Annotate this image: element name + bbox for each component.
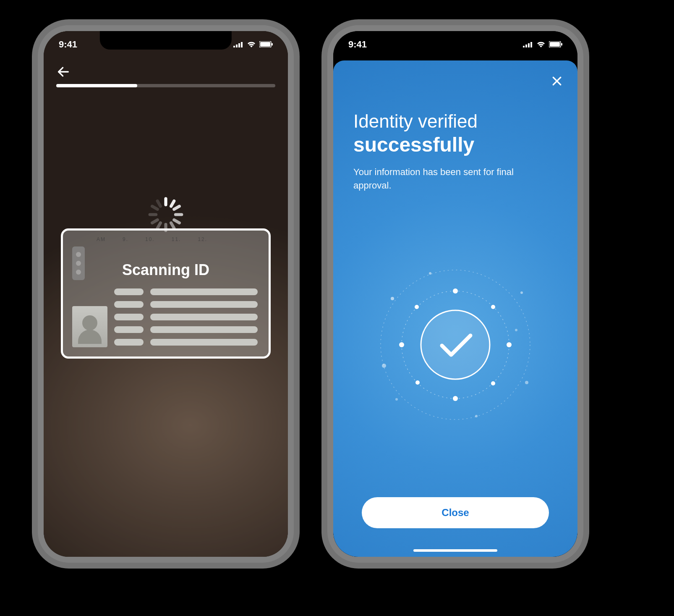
svg-point-33 — [453, 288, 458, 294]
svg-point-39 — [415, 305, 419, 309]
svg-point-38 — [415, 380, 420, 385]
svg-line-15 — [157, 223, 160, 228]
svg-point-48 — [395, 398, 398, 401]
wifi-icon — [247, 39, 256, 50]
success-subtitle: Your information has been sent for final… — [353, 165, 530, 192]
phone-frame-success: 9:41 — [327, 25, 583, 563]
svg-line-13 — [171, 223, 174, 228]
svg-line-16 — [152, 220, 158, 223]
svg-point-45 — [429, 272, 431, 275]
success-checkmark-graphic — [353, 192, 557, 497]
svg-point-44 — [525, 381, 528, 384]
success-title-line1: Identity verified — [353, 111, 557, 132]
status-time: 9:41 — [59, 39, 77, 50]
svg-point-41 — [391, 297, 394, 300]
wifi-icon — [536, 39, 546, 50]
status-time: 9:41 — [348, 39, 367, 50]
svg-point-46 — [475, 415, 478, 417]
success-title: Identity verified successfully — [353, 111, 557, 156]
cellular-icon — [233, 39, 243, 50]
id-card-outline: AM9.10.11.12. — [61, 228, 271, 359]
status-indicators — [523, 39, 562, 50]
svg-rect-6 — [272, 43, 273, 46]
battery-icon — [259, 39, 273, 50]
svg-point-43 — [382, 364, 386, 368]
svg-line-10 — [174, 206, 180, 209]
notch — [100, 31, 232, 50]
svg-line-12 — [174, 220, 180, 223]
svg-point-35 — [453, 396, 458, 401]
scan-progress-track — [56, 84, 275, 87]
phone-screen-scan: 9:41 — [44, 31, 288, 557]
battery-icon — [549, 39, 562, 50]
svg-rect-20 — [523, 46, 525, 47]
home-indicator[interactable] — [413, 549, 497, 552]
svg-rect-1 — [236, 45, 238, 47]
svg-point-40 — [491, 381, 495, 385]
svg-rect-25 — [550, 42, 560, 47]
success-sheet: Identity verified successfully Your info… — [333, 60, 577, 557]
id-photo-placeholder — [72, 306, 107, 347]
svg-rect-0 — [233, 46, 235, 47]
svg-rect-2 — [238, 43, 240, 47]
close-icon[interactable] — [551, 75, 563, 89]
status-indicators — [233, 39, 273, 50]
svg-rect-21 — [525, 45, 527, 47]
id-header-labels: AM9.10.11.12. — [97, 236, 260, 242]
svg-line-18 — [152, 206, 158, 209]
close-button-label: Close — [441, 507, 469, 519]
notch — [389, 31, 521, 50]
close-button[interactable]: Close — [362, 497, 549, 528]
scanning-label: Scanning ID — [44, 261, 288, 279]
id-field-lines — [114, 288, 258, 346]
back-button[interactable] — [56, 65, 71, 81]
svg-rect-22 — [528, 43, 530, 47]
svg-point-47 — [515, 329, 517, 331]
svg-point-37 — [491, 305, 495, 309]
svg-point-34 — [507, 342, 512, 347]
success-title-line2: successfully — [353, 133, 557, 156]
success-screen: Identity verified successfully Your info… — [333, 31, 577, 557]
spinner-icon — [147, 196, 185, 235]
scan-progress-fill — [56, 84, 137, 87]
cellular-icon — [523, 39, 533, 50]
svg-point-42 — [520, 291, 523, 294]
svg-line-9 — [171, 201, 174, 207]
svg-point-36 — [399, 342, 404, 347]
phone-screen-success: 9:41 — [333, 31, 577, 557]
svg-rect-5 — [260, 42, 270, 47]
svg-rect-3 — [241, 42, 243, 47]
svg-rect-23 — [530, 42, 532, 47]
svg-line-19 — [157, 201, 160, 207]
svg-rect-26 — [561, 43, 562, 46]
phone-frame-scan: 9:41 — [38, 25, 294, 563]
